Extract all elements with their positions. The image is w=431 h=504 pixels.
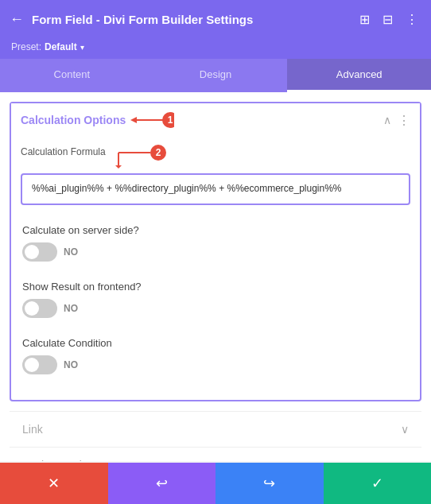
content-area: Calculation Options 1 ∧ ⋮ Calculation Fo… xyxy=(0,92,431,461)
calculation-section-inner: Calculation Formula 2 %%ai_plugin%% + %%… xyxy=(11,137,420,215)
tab-advanced[interactable]: Advanced xyxy=(287,59,431,92)
annotation-arrow-1: 1 xyxy=(130,111,174,129)
preset-bar: Preset: Default ▾ xyxy=(0,38,431,59)
save-button[interactable]: ✓ xyxy=(324,463,432,504)
tab-content[interactable]: Content xyxy=(0,59,144,92)
formula-label: Calculation Formula xyxy=(21,146,106,157)
server-side-label: Calculate on server side? xyxy=(22,224,409,236)
layout-icon[interactable]: ⊟ xyxy=(379,9,396,30)
section-collapse-icon[interactable]: ∧ xyxy=(383,114,391,126)
condition-toggle-container: NO xyxy=(22,355,409,374)
undo-button[interactable]: ↩ xyxy=(108,463,216,504)
tabs-bar: Content Design Advanced xyxy=(0,59,431,92)
cancel-button[interactable]: ✕ xyxy=(0,463,108,504)
back-button[interactable]: ← xyxy=(10,11,24,28)
condition-row: Calculate Condition NO xyxy=(11,328,420,384)
server-side-row: Calculate on server side? NO xyxy=(11,215,420,271)
header-title: Form Field - Divi Form Builder Settings xyxy=(32,13,348,26)
header-icons: ⊞ ⊟ ⋮ xyxy=(356,9,421,30)
show-result-toggle[interactable] xyxy=(22,299,57,318)
show-result-row: Show Result on frontend? NO xyxy=(11,271,420,328)
svg-text:1: 1 xyxy=(168,114,173,126)
link-section[interactable]: Link ∨ xyxy=(10,411,421,447)
server-side-toggle[interactable] xyxy=(22,242,57,262)
svg-marker-1 xyxy=(130,117,137,123)
condition-label: Calculate Condition xyxy=(22,337,409,349)
link-section-title: Link xyxy=(22,423,43,436)
header: ← Form Field - Divi Form Builder Setting… xyxy=(0,0,431,38)
server-side-toggle-container: NO xyxy=(22,242,409,262)
more-icon[interactable]: ⋮ xyxy=(402,9,421,30)
background-section[interactable]: Background ∨ xyxy=(10,447,421,461)
condition-value: NO xyxy=(64,359,78,370)
annotation-arrow-2: 2 xyxy=(111,145,166,169)
grid-icon[interactable]: ⊞ xyxy=(356,9,373,30)
background-section-title: Background xyxy=(22,459,82,461)
calculation-options-section: Calculation Options 1 ∧ ⋮ Calculation Fo… xyxy=(10,102,421,401)
preset-dropdown-arrow[interactable]: ▾ xyxy=(80,43,84,52)
calculation-section-header[interactable]: Calculation Options 1 ∧ ⋮ xyxy=(11,103,420,137)
condition-toggle[interactable] xyxy=(22,355,57,374)
redo-button[interactable]: ↪ xyxy=(216,463,324,504)
show-result-label: Show Result on frontend? xyxy=(22,281,409,293)
show-result-value: NO xyxy=(64,303,78,314)
server-side-value: NO xyxy=(64,246,78,258)
svg-marker-6 xyxy=(115,165,122,169)
formula-input[interactable]: %%ai_plugin%% + %%directory_plugin%% + %… xyxy=(21,173,410,205)
formula-field-wrapper: Calculation Formula 2 %%ai_plugin%% + %%… xyxy=(21,146,410,205)
bottom-toolbar: ✕ ↩ ↪ ✓ xyxy=(0,463,431,504)
show-result-toggle-container: NO xyxy=(22,299,409,318)
section-menu-icon[interactable]: ⋮ xyxy=(398,113,410,128)
spacer xyxy=(11,384,420,400)
link-section-chevron[interactable]: ∨ xyxy=(401,423,409,436)
section-header-controls: ∧ ⋮ xyxy=(383,113,410,128)
tab-design[interactable]: Design xyxy=(144,59,288,92)
background-section-chevron[interactable]: ∨ xyxy=(401,459,409,461)
section-title-group: Calculation Options 1 xyxy=(21,111,174,129)
preset-label: Preset: xyxy=(11,41,41,52)
calculation-section-title: Calculation Options xyxy=(21,114,126,126)
preset-value[interactable]: Default xyxy=(45,41,77,52)
svg-text:2: 2 xyxy=(155,147,161,158)
